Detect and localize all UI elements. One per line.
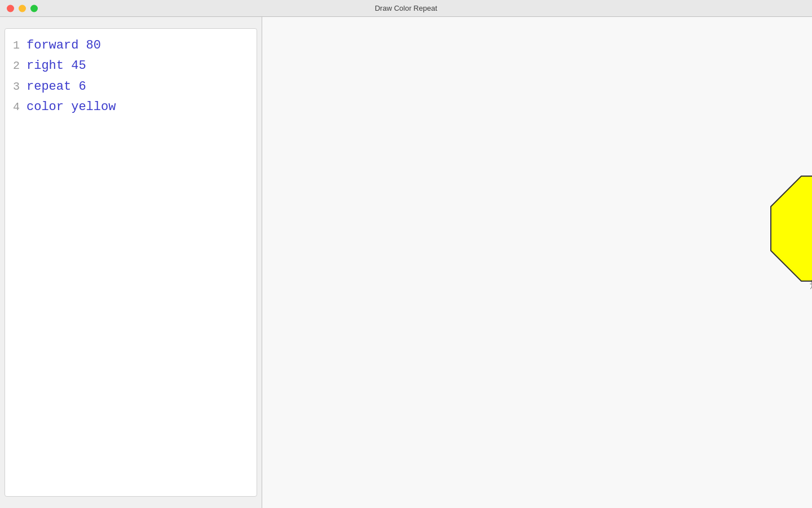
line-code-1: forward 80 [27, 36, 101, 56]
octagon-shape [770, 175, 812, 282]
canvas-panel [262, 17, 812, 508]
maximize-button[interactable] [30, 5, 38, 12]
code-line-1: 1 forward 80 [10, 36, 252, 56]
line-code-2: right 45 [27, 56, 86, 76]
code-line-4: 4 color yellow [10, 97, 252, 117]
line-number-3: 3 [10, 77, 20, 96]
line-number-1: 1 [10, 36, 20, 55]
line-number-2: 2 [10, 56, 20, 75]
line-number-4: 4 [10, 98, 20, 116]
code-panel: 1 forward 80 2 right 45 3 repeat 6 4 col… [0, 17, 262, 508]
title-bar: Draw Color Repeat [0, 0, 812, 17]
window-title: Draw Color Repeat [375, 4, 438, 12]
code-line-3: 3 repeat 6 [10, 77, 252, 97]
line-code-4: color yellow [27, 97, 116, 117]
octagon-container [770, 175, 812, 284]
line-code-3: repeat 6 [27, 77, 86, 97]
close-button[interactable] [7, 5, 14, 12]
minimize-button[interactable] [19, 5, 26, 12]
turtle-cursor [806, 278, 812, 290]
turtle-icon [806, 278, 812, 290]
window-controls[interactable] [7, 5, 38, 12]
code-editor[interactable]: 1 forward 80 2 right 45 3 repeat 6 4 col… [5, 28, 257, 497]
svg-marker-0 [771, 176, 812, 281]
main-layout: 1 forward 80 2 right 45 3 repeat 6 4 col… [0, 17, 812, 508]
code-line-2: 2 right 45 [10, 56, 252, 76]
